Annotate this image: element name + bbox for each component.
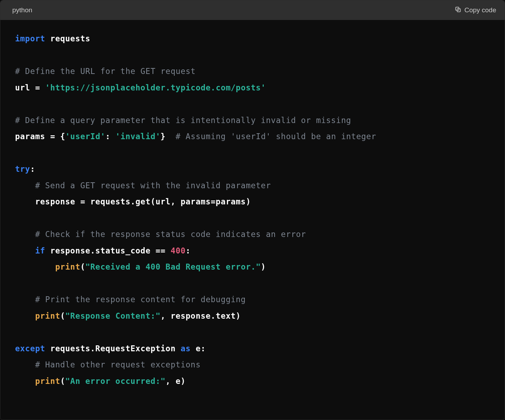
- code-comment: # Send a GET request with the invalid pa…: [15, 181, 271, 190]
- code-token: params: [15, 132, 45, 141]
- code-token: }: [161, 132, 166, 141]
- code-token: :: [105, 132, 115, 141]
- code-token: as: [181, 344, 191, 353]
- code-string: 'userId': [65, 132, 105, 141]
- code-token: print: [55, 262, 80, 271]
- code-token: {: [60, 132, 65, 141]
- copy-code-button[interactable]: Copy code: [454, 6, 496, 15]
- code-token: response.status_code ==: [45, 246, 171, 255]
- code-token: :: [186, 246, 190, 255]
- code-header: python Copy code: [0, 0, 505, 20]
- code-token: [15, 197, 35, 206]
- code-comment: # Check if the response status code indi…: [15, 230, 306, 239]
- code-string: 'https://jsonplaceholder.typicode.com/po…: [45, 83, 266, 92]
- copy-icon: [454, 6, 462, 15]
- code-token: =: [45, 132, 60, 141]
- code-token: response = requests.get(url, params=para…: [35, 197, 251, 206]
- code-token: import: [15, 34, 45, 43]
- code-token: , response.text): [161, 311, 241, 320]
- code-token: (: [60, 377, 65, 386]
- code-string: "Response Content:": [65, 311, 161, 320]
- code-token: if: [35, 246, 45, 255]
- code-token: e:: [191, 344, 206, 353]
- code-token: requests.RequestException: [45, 344, 181, 353]
- code-token: =: [30, 83, 45, 92]
- code-token: except: [15, 344, 45, 353]
- code-string: "Received a 400 Bad Request error.": [85, 262, 261, 271]
- code-token: [15, 262, 55, 271]
- code-block: python Copy code import requests# Define…: [0, 0, 505, 420]
- code-token: [15, 377, 35, 386]
- code-content[interactable]: import requests# Define the URL for the …: [0, 20, 505, 420]
- code-token: print: [35, 311, 60, 320]
- code-token: :: [30, 164, 35, 174]
- code-number: 400: [170, 246, 186, 255]
- code-token: url: [15, 83, 30, 92]
- code-token: ): [261, 262, 266, 271]
- code-token: requests: [50, 34, 90, 43]
- code-token: print: [35, 377, 60, 386]
- code-token: [15, 246, 35, 255]
- copy-code-label: Copy code: [464, 6, 496, 14]
- code-comment: # Handle other request exceptions: [15, 360, 201, 369]
- code-comment: # Define the URL for the GET request: [15, 67, 196, 76]
- code-token: try: [15, 164, 30, 174]
- code-comment: # Define a query parameter that is inten…: [15, 116, 351, 125]
- code-token: (: [80, 262, 85, 271]
- language-label: python: [12, 6, 32, 14]
- code-string: 'invalid': [115, 132, 161, 141]
- code-string: "An error occurred:": [65, 377, 166, 386]
- code-token: , e): [166, 377, 186, 386]
- code-token: (: [60, 311, 65, 320]
- code-comment: # Print the response content for debuggi…: [15, 295, 246, 304]
- code-comment: # Assuming 'userId' should be an integer: [166, 132, 376, 141]
- code-token: [15, 311, 35, 320]
